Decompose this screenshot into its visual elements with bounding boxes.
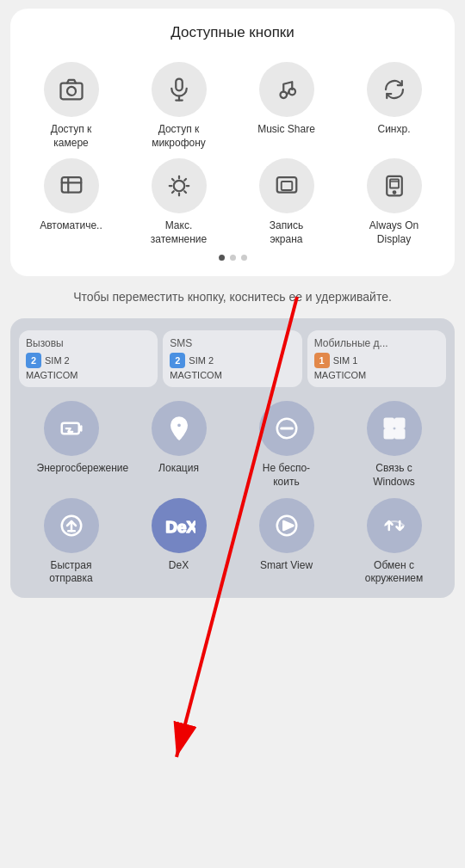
- windows-icon: [381, 416, 407, 441]
- sim-mobile-badge: 1: [314, 353, 330, 368]
- panel-title: Доступные кнопки: [19, 24, 446, 41]
- svg-point-22: [176, 423, 181, 428]
- camera-icon: [59, 77, 84, 102]
- sim-sms-badge: 2: [170, 353, 185, 368]
- svg-point-13: [173, 181, 184, 192]
- sim-calls-label: Вызовы: [26, 337, 151, 349]
- sim-mobile-carrier: MAGTICOM: [314, 370, 439, 380]
- quick-share-icon: [59, 513, 84, 539]
- action-dex-label: DeX: [169, 559, 189, 573]
- btn-auto[interactable]: Автоматиче..: [19, 158, 123, 246]
- svg-rect-15: [281, 182, 292, 190]
- btn-mic[interactable]: Доступ к микрофону: [127, 62, 231, 150]
- svg-rect-28: [395, 430, 404, 439]
- windows-icon-circle: [367, 401, 422, 456]
- svg-point-17: [393, 191, 395, 194]
- sim-sms-carrier: MAGTICOM: [170, 370, 294, 380]
- svg-text:DeX: DeX: [165, 517, 195, 535]
- action-location[interactable]: Локация: [127, 401, 231, 489]
- always-on-icon-circle: [367, 158, 422, 213]
- location-icon-circle: [152, 401, 207, 456]
- no-disturb-icon: [274, 416, 300, 441]
- sync-icon-circle: [367, 62, 422, 117]
- action-windows[interactable]: Связь с Windows: [342, 401, 446, 489]
- battery-icon: [59, 416, 84, 441]
- sim-mobile-badge-row: 1 SIM 1: [314, 353, 439, 368]
- action-quick-share-label: Быстрая отправка: [37, 559, 106, 586]
- btn-max-dim[interactable]: Макс. затемнение: [127, 158, 231, 246]
- screen-rec-icon: [274, 173, 300, 199]
- action-no-disturb-label: Не беспо-коить: [252, 462, 321, 489]
- btn-always-on-label: Always On Display: [360, 219, 429, 246]
- action-smart-view[interactable]: Smart View: [234, 498, 338, 586]
- sim-sms-sim: SIM 2: [189, 355, 214, 366]
- dex-icon-circle: DeX: [152, 498, 207, 553]
- btn-mic-label: Доступ к микрофону: [145, 123, 214, 150]
- svg-rect-10: [61, 177, 81, 193]
- sim-sms[interactable]: SMS 2 SIM 2 MAGTICOM: [163, 330, 301, 387]
- sim-calls-badge-row: 2 SIM 2: [26, 353, 151, 368]
- music-share-icon-circle: [259, 62, 314, 117]
- action-exchange-label: Обмен с окружением: [360, 559, 429, 586]
- btn-camera[interactable]: Доступ к камере: [19, 62, 123, 150]
- sim-mobile-label: Мобильные д...: [314, 337, 439, 349]
- action-no-disturb[interactable]: Не беспо-коить: [234, 401, 338, 489]
- svg-rect-18: [390, 180, 399, 188]
- sim-sms-label: SMS: [170, 337, 294, 349]
- action-energy[interactable]: Энергосбережение: [19, 401, 123, 489]
- btn-max-dim-label: Макс. затемнение: [145, 219, 214, 246]
- action-energy-label: Энергосбережение: [37, 462, 106, 476]
- action-quick-share[interactable]: Быстрая отправка: [19, 498, 123, 586]
- camera-icon-circle: [44, 62, 99, 117]
- hint-text: Чтобы переместить кнопку, коснитесь ее и…: [0, 276, 465, 318]
- screen-rec-icon-circle: [259, 158, 314, 213]
- mic-icon: [166, 77, 192, 102]
- action-location-label: Локация: [158, 462, 199, 476]
- action-smart-view-label: Smart View: [260, 559, 313, 573]
- svg-rect-2: [60, 83, 82, 100]
- smart-view-icon-circle: [259, 498, 314, 553]
- dex-icon: DeX: [163, 509, 195, 542]
- sim-calls[interactable]: Вызовы 2 SIM 2 MAGTICOM: [19, 330, 158, 387]
- exchange-icon: [381, 513, 407, 539]
- btn-sync[interactable]: Синхр.: [342, 62, 446, 150]
- svg-line-9: [287, 92, 289, 95]
- exchange-icon-circle: [367, 498, 422, 553]
- sim-sms-badge-row: 2 SIM 2: [170, 353, 294, 368]
- action-windows-label: Связь с Windows: [360, 462, 429, 489]
- btn-camera-label: Доступ к камере: [37, 123, 106, 150]
- music-share-icon: [274, 77, 300, 102]
- sim-mobile[interactable]: Мобильные д... 1 SIM 1 MAGTICOM: [307, 330, 446, 387]
- btn-screen-rec-label: Запись экрана: [252, 219, 321, 246]
- no-disturb-icon-circle: [259, 401, 314, 456]
- action-exchange[interactable]: Обмен с окружением: [342, 498, 446, 586]
- sim-mobile-sim: SIM 1: [333, 355, 358, 366]
- svg-point-3: [67, 87, 76, 95]
- btn-always-on[interactable]: Always On Display: [342, 158, 446, 246]
- quick-settings-panel: Вызовы 2 SIM 2 MAGTICOM SMS 2 SIM 2 MAGT…: [10, 318, 455, 597]
- sim-calls-badge: 2: [26, 353, 41, 368]
- auto-icon-circle: [44, 158, 99, 213]
- btn-screen-rec[interactable]: Запись экрана: [234, 158, 338, 246]
- top-button-grid: Доступ к камере Доступ к микрофону: [19, 62, 446, 246]
- btn-music-share[interactable]: Music Share: [234, 62, 338, 150]
- dot-1: [219, 255, 225, 261]
- dot-3: [241, 255, 247, 261]
- svg-rect-25: [384, 419, 393, 428]
- svg-rect-4: [176, 79, 183, 91]
- mic-icon-circle: [152, 62, 207, 117]
- svg-rect-27: [384, 430, 393, 439]
- svg-marker-32: [283, 521, 293, 530]
- sim-calls-carrier: MAGTICOM: [26, 370, 151, 380]
- max-dim-icon: [166, 173, 192, 199]
- auto-icon: [59, 173, 84, 199]
- btn-auto-label: Автоматиче..: [40, 219, 102, 233]
- max-dim-icon-circle: [152, 158, 207, 213]
- always-on-icon: [381, 173, 407, 199]
- quick-share-icon-circle: [44, 498, 99, 553]
- smart-view-icon: [274, 513, 300, 539]
- dot-2: [230, 255, 236, 261]
- action-dex[interactable]: DeX DeX: [127, 498, 231, 586]
- svg-rect-26: [395, 419, 404, 428]
- battery-icon-circle: [44, 401, 99, 456]
